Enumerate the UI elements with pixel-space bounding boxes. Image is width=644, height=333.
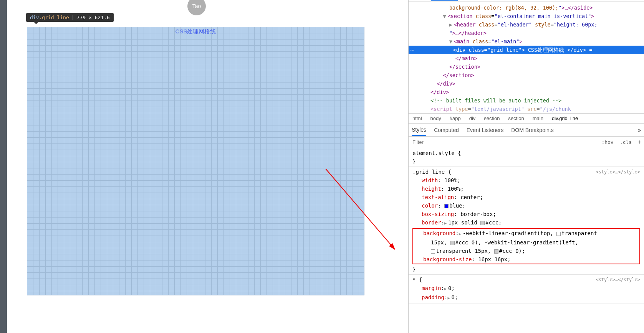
selector: element.style [412, 150, 455, 156]
val[interactable]: 0 [448, 285, 451, 291]
prop[interactable]: width [422, 177, 438, 183]
prop[interactable]: padding [422, 294, 444, 300]
crumb-active[interactable]: div.grid_line [552, 115, 578, 121]
attr: /js/chunk [543, 106, 571, 112]
val[interactable]: #ccc [455, 239, 469, 246]
selector: .grid_line [412, 169, 445, 175]
styles-pane[interactable]: element.style { } <style>…</style> .grid… [409, 148, 644, 333]
aside-close: …</aside> [565, 5, 593, 11]
attr: height: 60px; [557, 21, 598, 28]
val[interactable]: border-box [460, 211, 493, 217]
prop[interactable]: background-size [423, 256, 472, 262]
cls-toggle[interactable]: .cls [617, 139, 635, 145]
tab-console[interactable]: Console [462, 0, 486, 1]
val[interactable]: blue [449, 203, 462, 209]
val[interactable]: 0), -webkit-linear-gradient(left, [468, 239, 578, 246]
rendered-page: Tao div.grid_line | 779 × 621.6 CSS处理网格线 [7, 0, 408, 333]
crumb[interactable]: body [430, 115, 441, 121]
tooltip-dimensions: 779 × 621.6 [77, 15, 110, 20]
val[interactable]: #ccc [499, 248, 512, 254]
element-style-rule[interactable]: element.style { } [409, 148, 644, 167]
prop[interactable]: border [422, 219, 441, 226]
color-swatch-icon[interactable] [450, 241, 455, 245]
val[interactable]: 100% [444, 177, 457, 183]
color-swatch-icon[interactable] [556, 232, 561, 236]
grid-line-div[interactable]: CSS处理网格线 [27, 27, 364, 295]
val[interactable]: 16px 16px [478, 256, 507, 262]
attr: text/javascript [474, 106, 521, 112]
prop[interactable]: text-align [422, 194, 454, 200]
breadcrumb[interactable]: html body #app div section section main … [409, 113, 644, 124]
crumb[interactable]: section [484, 115, 500, 121]
annotation-highlight-box: background:▶-webkit-linear-gradient(top,… [412, 228, 640, 264]
styles-tabs: Styles Computed Event Listeners DOM Brea… [409, 124, 644, 137]
prop[interactable]: color [422, 203, 438, 209]
new-rule-button[interactable]: ＋ [635, 138, 644, 146]
color-swatch-icon[interactable] [444, 204, 449, 208]
tooltip-tag: div [30, 15, 39, 20]
brace: } [412, 158, 416, 165]
val[interactable]: transparent [436, 248, 472, 254]
crumb[interactable]: section [508, 115, 524, 121]
tab-styles[interactable]: Styles [412, 124, 426, 136]
val[interactable]: center [460, 194, 480, 200]
color-swatch-icon[interactable] [480, 221, 485, 225]
tab-sources[interactable]: Sources [490, 0, 514, 1]
text-node: CSS处理网格线 [525, 47, 568, 53]
val[interactable]: 15px, [431, 239, 450, 246]
close-div: </div> [430, 89, 449, 95]
hov-toggle[interactable]: :hov [598, 139, 616, 145]
css-text: background-color: rgb(84, 92, 100); [449, 5, 558, 11]
close-div: </div> [437, 81, 455, 87]
star-rule[interactable]: <style>…</style> * { margin:▶0; padding:… [409, 275, 644, 303]
crumb[interactable]: div [469, 115, 476, 121]
crumb[interactable]: main [533, 115, 543, 121]
tab-elements[interactable]: Elements [431, 0, 458, 1]
close-section: </section> [443, 72, 474, 78]
val[interactable]: 0) [512, 248, 521, 254]
crumb[interactable]: html [412, 115, 422, 121]
val[interactable]: 15px, [472, 248, 494, 254]
val[interactable]: -webkit-linear-gradient(top, [463, 230, 556, 236]
tab-computed[interactable]: Computed [434, 125, 459, 135]
rule-source[interactable]: <style>…</style> [596, 168, 640, 176]
prop[interactable]: background [423, 230, 455, 236]
elements-tree[interactable]: background-color: rgb(84, 92, 100);">…</… [409, 2, 644, 113]
more-tabs-icon[interactable]: » [638, 127, 641, 133]
tooltip-class: .grid_line [39, 15, 69, 20]
prop[interactable]: box-sizing [422, 211, 454, 217]
header-close: …</header> [455, 30, 487, 36]
close-main: </main> [455, 55, 477, 61]
crumb[interactable]: #app [450, 115, 461, 121]
val[interactable]: 1px solid [448, 219, 480, 226]
prop[interactable]: margin [422, 285, 441, 291]
devtools-panel: ◰ ▭ Elements Console Sources ⋮ backgroun… [408, 0, 644, 333]
prop[interactable]: height [422, 186, 441, 192]
attr: grid_line [490, 47, 518, 53]
app-sidebar [0, 0, 7, 333]
color-swatch-icon[interactable] [431, 249, 435, 254]
val[interactable]: 100% [447, 186, 460, 192]
avatar[interactable]: Tao [187, 0, 206, 15]
attr: el-container main is-vertical [498, 13, 588, 19]
selected-element-line[interactable]: ⋯ <div class="grid_line"> CSS处理网格线 </div… [409, 46, 644, 54]
styles-filter-row: :hov .cls ＋ [409, 137, 644, 148]
val[interactable]: 0 [451, 294, 454, 300]
val[interactable]: #ccc [485, 219, 498, 226]
comment: <!-- built files will be auto injected -… [430, 97, 561, 104]
selector: * [412, 277, 416, 283]
color-swatch-icon[interactable] [494, 249, 498, 254]
close-section: </section> [449, 64, 480, 70]
grid-line-rule[interactable]: <style>…</style> .grid_line { width: 100… [409, 167, 644, 275]
inspect-tooltip: div.grid_line | 779 × 621.6 [26, 13, 114, 22]
attr: el-header [501, 21, 529, 28]
styles-filter-input[interactable] [409, 138, 598, 147]
rule-source[interactable]: <style>…</style> [596, 275, 640, 284]
tab-event-listeners[interactable]: Event Listeners [467, 125, 504, 135]
tab-dom-breakpoints[interactable]: DOM Breakpoints [511, 125, 553, 135]
attr: el-main [494, 38, 516, 45]
val[interactable]: transparent [561, 230, 597, 236]
brace: { [455, 150, 461, 156]
